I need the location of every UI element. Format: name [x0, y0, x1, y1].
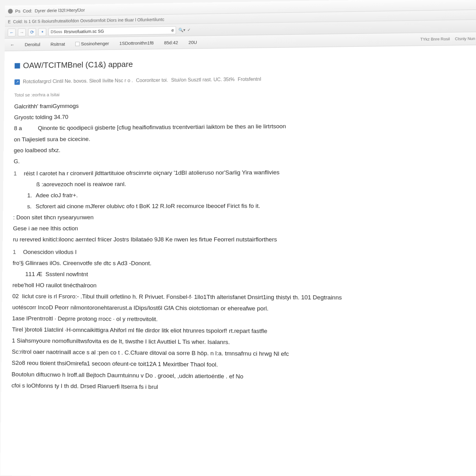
url-box[interactable]: DSoss Rrsnvofuatium.sc SG e — [49, 26, 176, 36]
list-1: 1réist I carotet ha r cironveril jldttar… — [13, 166, 475, 190]
toolbar-right: TYkz Bnre Rosil Ctsnly Nun — [420, 36, 475, 42]
toolbar-item-0[interactable]: Deroitul — [23, 41, 42, 48]
toolbar-right-1[interactable]: Ctsnly Nun — [455, 36, 475, 41]
line-9: ru rerevred kniticl:iloonc aerntecl frii… — [13, 234, 476, 245]
check-icon: ✓ — [187, 28, 191, 32]
address-icons: 🔍▾ ✓ — [178, 28, 191, 32]
app-frame: Ps Cod: Dyrer derie l32l:HteryfJor E Col… — [0, 0, 476, 476]
crumb-1[interactable]: Coororitcer toi. — [136, 76, 168, 85]
sublist-1-row-0: 1.Adee cloJ fratr+. — [27, 188, 475, 201]
toolbar-item-1[interactable]: Rsitrrat — [49, 40, 67, 48]
list-2: 1Oonescidon vilodus I — [13, 246, 476, 258]
line-6: G. — [14, 153, 475, 167]
url-prefix: DSoss — [51, 29, 62, 34]
line-11: 111 Æ Ssstenl nowfntnt — [12, 269, 476, 281]
url-text: Rrsnvofuatium.sc SG — [64, 28, 170, 34]
line-12: rebe'holl HO rauilot tinécthalroon — [12, 280, 476, 292]
reload-button[interactable]: ⟳ — [28, 28, 36, 36]
sublist-1-row-1: s.Scforert aid cinone mJferer olubivc of… — [27, 200, 475, 212]
sublist-1: 1.Adee cloJ fratr+. s.Scforert aid cinon… — [13, 188, 475, 212]
toolbar-item-2[interactable]: Sosinohenger — [73, 40, 111, 48]
title-marker-icon — [15, 63, 20, 68]
list-1-row-0: 1réist I carotet ha r cironveril jldttar… — [14, 166, 475, 179]
breadcrumb: ↗ Rotctiofargrcl Cintil Ne. bovos. Sleol… — [15, 73, 474, 87]
line-7: : Doon sitet tihcn rysearyunwen — [13, 211, 475, 223]
app-glyph: Ps — [15, 8, 20, 14]
page-title: OAW/TCITMBnel (C1&) appare — [23, 57, 133, 73]
url-suffix: e — [171, 28, 174, 33]
line-10: fro'§ Gllinraes ilOs. Cireenvotfe sfe dt… — [13, 258, 476, 270]
list-2-row-0: 1Oonescidon vilodus I — [13, 246, 476, 258]
breadcrumb-icon: ↗ — [15, 79, 20, 85]
page-title-row: OAW/TCITMBnel (C1&) appare — [15, 53, 474, 73]
content-area: OAW/TCITMBnel (C1&) appare ↗ Rotctiofarg… — [0, 45, 476, 476]
list-1-row-1: ß :aorevezoch noel is reaiwoe ranl. — [13, 177, 475, 190]
home-button[interactable]: ✦ — [38, 28, 46, 36]
toolbar-item-3[interactable]: 1SDottronithn1f8 — [117, 39, 156, 47]
crumb-3[interactable]: Frotsfentnl — [238, 75, 261, 84]
toolbar-back[interactable]: ← — [8, 41, 16, 49]
toolbar-right-0[interactable]: TYkz Bnre Rosil — [420, 37, 450, 42]
win-glyph: E — [8, 19, 11, 24]
crumb-0[interactable]: Rotctiofargrcl Cintil Ne. bovos. Sleoll … — [23, 76, 133, 87]
back-button[interactable]: ← — [8, 29, 15, 37]
line-8: Gese i ae nee Ithis oction — [13, 223, 475, 234]
toolbar-item-4[interactable]: 85d:42 — [162, 39, 180, 46]
forward-button[interactable]: → — [18, 28, 26, 36]
app-icon — [8, 9, 13, 14]
toolbar-item-5[interactable]: 20U — [187, 38, 199, 46]
search-dropdown-icon[interactable]: 🔍▾ — [178, 28, 186, 32]
window-title: Cold: Is 1 Gt S ilsoiursfruteaitiofdon O… — [13, 17, 164, 24]
tab-2[interactable]: Dyrer derie l32l:HteryfJor — [35, 7, 85, 13]
body-text: Galcrithh' framiGymmogs Gryostc tolding … — [11, 97, 476, 396]
crumb-2[interactable]: Stui/on Susztl rast. UC. 35t% — [171, 75, 235, 85]
tool-icon — [75, 42, 80, 46]
tab-1[interactable]: Cod: — [23, 8, 33, 13]
